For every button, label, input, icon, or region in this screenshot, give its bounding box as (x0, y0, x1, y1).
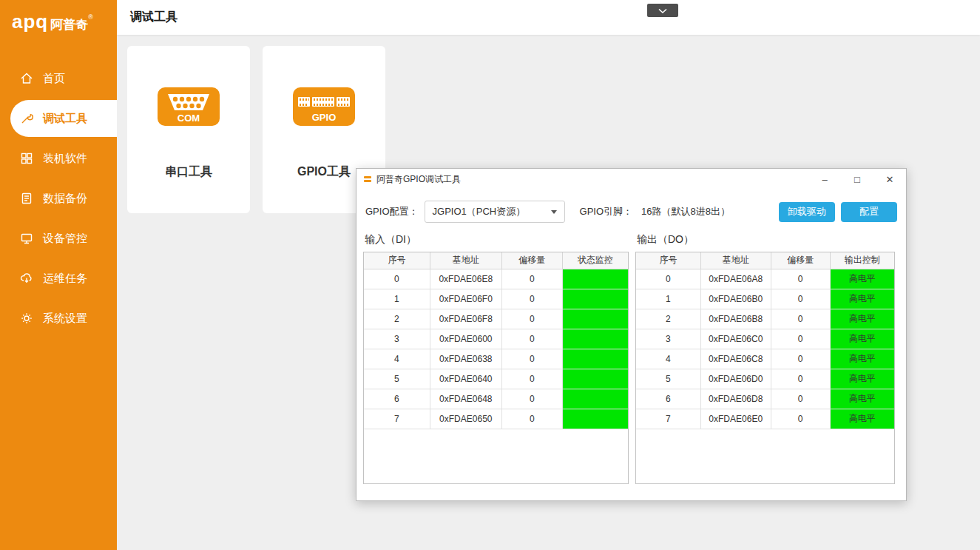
output-control-cell[interactable]: 高电平 (830, 349, 894, 369)
status-monitor-cell (562, 309, 628, 329)
sidebar-item-label: 调试工具 (43, 112, 87, 126)
offset-cell: 0 (501, 389, 562, 409)
input-di-section: 输入（DI） 序号基地址偏移量状态监控 00xFDAE06E80 10xFDAE… (363, 233, 629, 484)
wrench-icon (19, 111, 34, 126)
row-index: 7 (364, 409, 430, 429)
gpio-config-label: GPIO配置： (365, 205, 419, 218)
base-address-cell: 0xFDAE06B8 (700, 309, 771, 329)
sidebar-item-data-backup[interactable]: 数据备份 (10, 180, 117, 217)
row-index: 6 (364, 389, 430, 409)
output-table-container: 序号基地址偏移量输出控制 00xFDAE06A80高电平10xFDAE06B00… (635, 252, 895, 484)
offset-cell: 0 (501, 289, 562, 309)
table-row: 00xFDAE06E80 (364, 269, 628, 289)
table-row: 40xFDAE06C80高电平 (636, 349, 894, 369)
output-control-cell[interactable]: 高电平 (830, 329, 894, 349)
offset-cell: 0 (501, 409, 562, 429)
base-address-cell: 0xFDAE06C8 (700, 349, 771, 369)
gpio-icon: GPIO (293, 87, 355, 129)
output-control-cell[interactable]: 高电平 (830, 269, 894, 289)
base-address-cell: 0xFDAE0600 (430, 329, 501, 349)
input-section-title: 输入（DI） (365, 233, 629, 247)
chevron-down-icon (658, 5, 668, 16)
gpio-debug-dialog: 阿普奇GPIO调试工具 – □ ✕ GPIO配置： JGPIO1（PCH资源） … (356, 168, 907, 501)
base-address-cell: 0xFDAE0650 (430, 409, 501, 429)
base-address-cell: 0xFDAE06D0 (700, 369, 771, 389)
table-row: 10xFDAE06B00高电平 (636, 289, 894, 309)
page-title: 调试工具 (130, 10, 178, 25)
base-address-cell: 0xFDAE06E8 (430, 269, 501, 289)
row-index: 4 (636, 349, 700, 369)
gpio-pins-value: 16路（默认8进8出） (641, 205, 730, 218)
output-control-cell[interactable]: 高电平 (830, 309, 894, 329)
status-monitor-cell (562, 369, 628, 389)
sidebar-item-install-software[interactable]: 装机软件 (10, 140, 117, 177)
offset-cell: 0 (771, 409, 830, 429)
offset-cell: 0 (501, 269, 562, 289)
sidebar-item-ops-tasks[interactable]: 运维任务 (10, 260, 117, 297)
grid-icon (19, 151, 34, 166)
gpio-pins-label: GPIO引脚： (580, 205, 633, 218)
base-address-cell: 0xFDAE06F0 (430, 289, 501, 309)
dialog-tables: 输入（DI） 序号基地址偏移量状态监控 00xFDAE06E80 10xFDAE… (356, 233, 906, 484)
topbar: 调试工具 (117, 0, 980, 35)
output-control-cell[interactable]: 高电平 (830, 389, 894, 409)
sidebar-item-label: 首页 (43, 72, 65, 86)
status-monitor-cell (562, 409, 628, 429)
column-header: 偏移量 (501, 252, 562, 269)
row-index: 6 (636, 389, 700, 409)
column-header: 序号 (636, 252, 700, 269)
offset-cell: 0 (771, 269, 830, 289)
table-row: 30xFDAE06C00高电平 (636, 329, 894, 349)
base-address-cell: 0xFDAE06D8 (700, 389, 771, 409)
sidebar-item-debug-tools[interactable]: 调试工具 (10, 100, 117, 137)
row-index: 0 (364, 269, 430, 289)
logo-cn-text: 阿普奇 (50, 16, 88, 33)
input-table: 序号基地址偏移量状态监控 00xFDAE06E80 10xFDAE06F00 2… (364, 252, 628, 429)
sidebar-item-system-settings[interactable]: 系统设置 (10, 300, 117, 337)
output-control-cell[interactable]: 高电平 (830, 289, 894, 309)
sidebar: apq 阿普奇 ® 首页 调试工具 装机软件 (0, 0, 117, 550)
svg-text:COM: COM (178, 113, 200, 124)
configure-button[interactable]: 配置 (841, 202, 897, 222)
table-row: 20xFDAE06B80高电平 (636, 309, 894, 329)
input-table-header-row: 序号基地址偏移量状态监控 (364, 252, 628, 269)
table-row: 70xFDAE06E00高电平 (636, 409, 894, 429)
table-row: 30xFDAE06000 (364, 329, 628, 349)
column-header: 状态监控 (562, 252, 628, 269)
table-row: 70xFDAE06500 (364, 409, 628, 429)
com-port-icon: COM (158, 87, 220, 129)
minimize-button[interactable]: – (808, 169, 841, 190)
output-table-header-row: 序号基地址偏移量输出控制 (636, 252, 894, 269)
status-monitor-cell (562, 269, 628, 289)
row-index: 2 (364, 309, 430, 329)
monitor-icon (19, 231, 34, 246)
row-index: 0 (636, 269, 700, 289)
table-row: 40xFDAE06380 (364, 349, 628, 369)
sidebar-item-home[interactable]: 首页 (10, 60, 117, 97)
table-row: 60xFDAE06480 (364, 389, 628, 409)
unload-driver-button[interactable]: 卸载驱动 (779, 202, 835, 222)
column-header: 基地址 (700, 252, 771, 269)
maximize-button[interactable]: □ (841, 169, 873, 190)
output-table: 序号基地址偏移量输出控制 00xFDAE06A80高电平10xFDAE06B00… (636, 252, 894, 429)
gpio-config-select[interactable]: JGPIO1（PCH资源） (425, 201, 565, 223)
document-icon (19, 191, 34, 206)
row-index: 4 (364, 349, 430, 369)
dialog-titlebar[interactable]: 阿普奇GPIO调试工具 – □ ✕ (356, 169, 906, 190)
sidebar-item-device-control[interactable]: 设备管控 (10, 220, 117, 257)
gpio-config-selected-value: JGPIO1（PCH资源） (433, 205, 526, 218)
column-header: 输出控制 (830, 252, 894, 269)
output-control-cell[interactable]: 高电平 (830, 409, 894, 429)
row-index: 2 (636, 309, 700, 329)
column-header: 序号 (364, 252, 430, 269)
row-index: 5 (636, 369, 700, 389)
serial-tool-card[interactable]: COM 串口工具 (127, 46, 250, 213)
offset-cell: 0 (771, 289, 830, 309)
collapse-chevron-button[interactable] (647, 4, 678, 17)
base-address-cell: 0xFDAE0638 (430, 349, 501, 369)
window-controls: – □ ✕ (808, 169, 906, 190)
sidebar-item-label: 系统设置 (43, 312, 87, 326)
status-monitor-cell (562, 329, 628, 349)
output-control-cell[interactable]: 高电平 (830, 369, 894, 389)
close-button[interactable]: ✕ (873, 169, 906, 190)
